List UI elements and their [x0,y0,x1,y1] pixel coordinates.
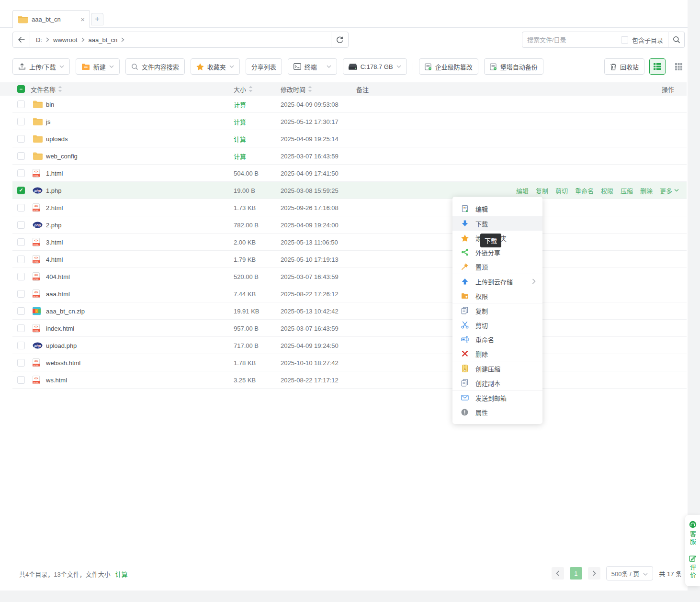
share-list-button[interactable]: 分享列表 [246,58,282,75]
select-all-checkbox[interactable]: − [17,85,25,93]
file-name[interactable]: upload.php [46,342,77,349]
table-row[interactable]: uploads计算2025-04-09 19:25:14 [12,130,687,147]
calc-size-link[interactable]: 计算 [234,151,246,160]
menu-item-重命名[interactable]: 重命名 [452,332,542,346]
menu-item-权限[interactable]: 权限 [452,289,542,303]
row-action-编辑[interactable]: 编辑 [516,186,529,195]
table-row[interactable]: phpupload.php717.00 B2025-04-09 19:24:50 [12,337,687,354]
file-name[interactable]: 1.html [46,169,63,177]
row-checkbox[interactable] [17,100,25,108]
file-name[interactable]: uploads [46,135,68,142]
list-view-button[interactable] [649,58,666,75]
file-name[interactable]: 2.php [46,221,62,228]
recycle-bin-button[interactable]: 回收站 [604,58,644,75]
upload-download-button[interactable]: 上传/下载 [12,58,70,75]
menu-item-下载[interactable]: 下载 [452,216,542,231]
tab-aaa-bt-cn[interactable]: aaa_bt_cn × [12,10,90,28]
row-checkbox[interactable] [17,273,25,280]
menu-item-上传到云存储[interactable]: 上传到云存储 [452,274,542,289]
row-action-重命名[interactable]: 重命名 [575,186,594,195]
row-checkbox[interactable] [17,118,25,125]
content-search-button[interactable]: 文件内容搜索 [125,58,185,75]
header-mtime[interactable]: 修改时间 [281,85,312,94]
auto-backup-button[interactable]: 堡塔自动备份 [484,58,543,75]
row-checkbox[interactable] [17,238,25,246]
row-checkbox[interactable] [17,342,25,349]
refresh-button[interactable] [331,32,348,47]
sort-icon[interactable] [308,86,312,92]
include-sub-checkbox[interactable] [621,36,628,44]
search-button[interactable] [668,32,685,48]
menu-item-置顶[interactable]: 置顶 [452,259,542,274]
new-tab-button[interactable]: + [91,13,103,25]
file-name[interactable]: aaa_bt_cn.zip [46,307,85,314]
table-row[interactable]: <>HTMLaaa.html7.44 KB2025-08-22 17:26:12 [12,285,687,302]
file-name[interactable]: ws.html [46,376,67,383]
menu-item-创建副本[interactable]: 创建副本 [452,376,542,390]
terminal-button[interactable]: 终端 [288,58,337,75]
search-input[interactable] [527,36,617,44]
header-size[interactable]: 大小 [234,85,253,94]
row-checkbox[interactable] [17,135,25,143]
grid-view-button[interactable] [670,58,687,75]
menu-item-复制[interactable]: 复制 [452,303,542,318]
calc-size-link[interactable]: 计算 [234,117,246,126]
breadcrumb-aaa-bt-cn[interactable]: aaa_bt_cn [89,36,118,44]
menu-item-编辑[interactable]: 编辑 [452,201,542,216]
page-number-button[interactable]: 1 [570,567,582,580]
table-row[interactable]: js计算2025-05-12 17:30:17 [12,113,687,130]
file-name[interactable]: webssh.html [46,359,80,366]
row-checkbox[interactable] [17,290,25,298]
row-action-复制[interactable]: 复制 [536,186,548,195]
row-action-剪切[interactable]: 剪切 [555,186,568,195]
row-checkbox[interactable] [17,376,25,384]
table-row[interactable]: <>HTMLindex.html957.00 B2025-03-07 16:43… [12,320,687,337]
table-row[interactable]: web_config计算2025-03-07 16:43:59 [12,147,687,165]
file-name[interactable]: 3.html [46,238,63,245]
row-checkbox[interactable] [17,324,25,332]
table-row[interactable]: <>HTML404.html520.00 B2025-03-07 16:43:5… [12,268,687,285]
calc-total-size-link[interactable]: 计算 [115,569,128,579]
favorites-button[interactable]: 收藏夹 [191,58,240,75]
table-row[interactable]: <>HTMLwebssh.html1.78 KB2025-10-10 18:27… [12,354,687,371]
file-name[interactable]: bin [46,100,54,108]
table-row[interactable]: bin计算2025-04-09 09:53:08 [12,96,687,113]
disk-button[interactable]: C:178.7 GB [343,58,407,75]
menu-item-属性[interactable]: 属性 [452,405,542,419]
breadcrumb-drive[interactable]: D: [36,36,42,44]
menu-item-删除[interactable]: 删除 [452,346,542,361]
file-name[interactable]: aaa.html [46,290,70,297]
row-checkbox[interactable] [17,307,25,315]
row-checkbox[interactable] [17,152,25,160]
menu-item-创建压缩[interactable]: 创建压缩 [452,361,542,376]
row-action-更多[interactable]: 更多 [660,186,679,195]
new-button[interactable]: 新建 [76,58,120,75]
menu-item-剪切[interactable]: 剪切 [452,318,542,332]
row-checkbox[interactable] [17,169,25,177]
breadcrumb-wwwroot[interactable]: wwwroot [53,36,78,44]
row-action-删除[interactable]: 删除 [640,186,653,195]
table-row[interactable]: <>HTML2.html1.73 KB2025-09-26 17:16:08 [12,199,687,216]
table-row[interactable]: <>HTML3.html2.00 KB2025-05-13 11:06:50 [12,234,687,251]
sort-icon[interactable] [248,86,253,92]
customer-service-button[interactable]: 客服 [688,521,697,546]
menu-item-发送到邮箱[interactable]: 发送到邮箱 [452,390,542,405]
next-page-button[interactable] [588,567,600,580]
row-checkbox[interactable]: ✓ [17,187,25,194]
prev-page-button[interactable] [552,567,564,580]
file-name[interactable]: 404.html [46,273,70,280]
row-checkbox[interactable] [17,204,25,212]
row-checkbox[interactable] [17,359,25,367]
back-button[interactable] [13,32,30,47]
file-name[interactable]: web_config [46,152,78,159]
sort-icon[interactable] [58,86,62,92]
table-row[interactable]: <>HTMLws.html3.25 KB2025-08-22 17:17:12 [12,371,687,389]
page-size-select[interactable]: 500条 / 页 [606,566,654,580]
calc-size-link[interactable]: 计算 [234,100,246,109]
table-row[interactable]: ✓php1.php19.00 B2025-03-08 15:59:25编辑复制剪… [12,182,687,199]
table-row[interactable]: aaa_bt_cn.zip19.91 KB2025-05-13 10:42:42 [12,302,687,320]
feedback-button[interactable]: 评价 [688,555,697,580]
terminal-dropdown[interactable] [322,59,331,74]
tamper-proof-button[interactable]: 企业级防篡改 [419,58,478,75]
file-name[interactable]: index.html [46,324,74,332]
